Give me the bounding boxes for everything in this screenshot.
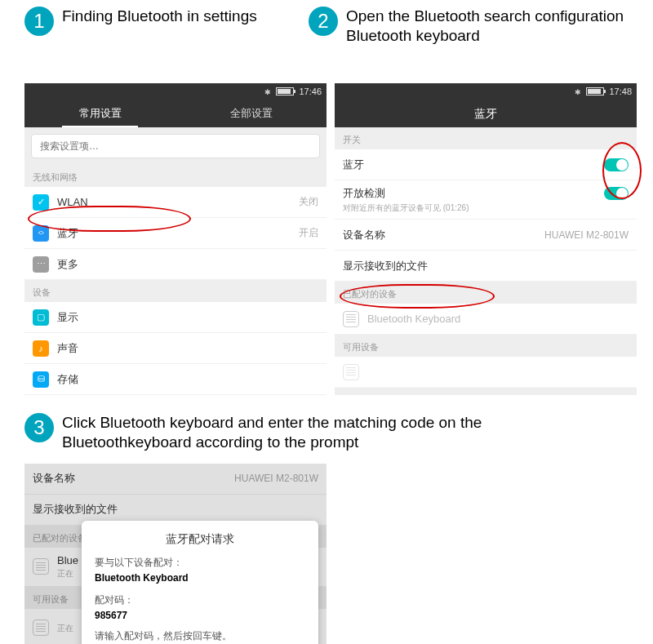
row-sound[interactable]: ♪ 声音 xyxy=(24,333,326,364)
bluetooth-label: 蓝牙 xyxy=(57,226,299,241)
panel-settings: 17:46 常用设置 全部设置 无线和网络 ✓ WLAN 关闭 ⌔ 蓝牙 开启 xyxy=(24,83,326,395)
bluetooth-status-icon xyxy=(264,87,271,96)
wlan-label: WLAN xyxy=(57,196,299,208)
row-paired-device[interactable]: Bluetooth Keyboard xyxy=(335,304,637,335)
section-paired: 已配对的设备 xyxy=(335,282,637,304)
more-label: 更多 xyxy=(57,257,318,272)
step-2-header: 2 Open the Bluetooth search configuratio… xyxy=(302,0,653,49)
step-2-text: Open the Bluetooth search configuration … xyxy=(346,7,653,46)
pair-instruction: 请输入配对码，然后按回车键。 xyxy=(95,628,305,644)
bluetooth-value: 开启 xyxy=(299,226,318,240)
row-wlan[interactable]: ✓ WLAN 关闭 xyxy=(24,187,326,218)
section-device: 设备 xyxy=(24,280,326,302)
tab-common-settings[interactable]: 常用设置 xyxy=(24,100,175,127)
bt-toggle[interactable] xyxy=(604,158,629,171)
status-time: 17:46 xyxy=(299,87,322,96)
bluetooth-icon: ⌔ xyxy=(33,225,49,242)
step-3-header: 3 Click Bluetooth keyboard and enter the… xyxy=(0,406,653,455)
storage-icon: ⛁ xyxy=(33,371,49,388)
device-name-label: 设备名称 xyxy=(343,228,544,242)
row-bluetooth[interactable]: ⌔ 蓝牙 开启 xyxy=(24,218,326,249)
bt-toggle-label: 蓝牙 xyxy=(343,158,604,172)
wlan-value: 关闭 xyxy=(299,195,318,209)
tab-all-settings[interactable]: 全部设置 xyxy=(175,100,326,127)
section-wireless: 无线和网络 xyxy=(24,165,326,187)
panel-bluetooth: 17:48 蓝牙 开关 蓝牙 开放检测 对附近所有的蓝牙设备可见 (01:26) xyxy=(335,83,637,395)
settings-tabs: 常用设置 全部设置 xyxy=(24,100,326,127)
step-badge-2: 2 xyxy=(309,7,338,36)
step-badge-3: 3 xyxy=(24,413,54,442)
sound-label: 声音 xyxy=(57,341,318,356)
step-1-text: Finding Bluetooth in settings xyxy=(62,7,257,26)
modal-title: 蓝牙配对请求 xyxy=(95,532,305,547)
row-discoverable[interactable]: 开放检测 对附近所有的蓝牙设备可见 (01:26) xyxy=(335,180,637,220)
row-storage[interactable]: ⛁ 存储 xyxy=(24,364,326,395)
panel-pairing: 设备名称 HUAWEI M2-801W 显示接收到的文件 已配对的设备 Blue… xyxy=(24,464,326,645)
more-icon: ⋯ xyxy=(33,256,49,273)
display-label: 显示 xyxy=(57,310,318,325)
discoverable-subtext: 对附近所有的蓝牙设备可见 (01:26) xyxy=(343,202,629,214)
statusbar: 17:48 xyxy=(335,83,637,100)
bluetooth-title: 蓝牙 xyxy=(335,100,637,127)
row-display[interactable]: ▢ 显示 xyxy=(24,302,326,333)
paired-device-name: Bluetooth Keyboard xyxy=(367,313,629,325)
row-bt-toggle[interactable]: 蓝牙 xyxy=(335,149,637,180)
discoverable-label: 开放检测 xyxy=(343,186,385,201)
pair-code: 985677 xyxy=(95,610,127,621)
available-device-placeholder xyxy=(367,366,629,378)
row-device-name[interactable]: 设备名称 HUAWEI M2-801W xyxy=(335,220,637,251)
device-name-value: HUAWEI M2-801W xyxy=(544,229,629,241)
sound-icon: ♪ xyxy=(33,340,49,357)
pair-code-label: 配对码： xyxy=(95,593,305,608)
battery-icon xyxy=(276,87,294,95)
row-more[interactable]: ⋯ 更多 xyxy=(24,249,326,280)
settings-search-input[interactable] xyxy=(31,134,320,158)
section-switch: 开关 xyxy=(335,127,637,149)
pair-with-label: 要与以下设备配对： xyxy=(95,555,305,571)
pairing-modal: 蓝牙配对请求 要与以下设备配对： Bluetooth Keyboard 配对码：… xyxy=(82,521,318,645)
row-received-files[interactable]: 显示接收到的文件 xyxy=(335,251,637,282)
modal-device-name: Bluetooth Keyboard xyxy=(95,572,189,584)
discoverable-toggle[interactable] xyxy=(604,187,629,200)
step-badge-1: 1 xyxy=(24,7,54,36)
keyboard-icon xyxy=(343,364,359,380)
storage-label: 存储 xyxy=(57,372,318,387)
wifi-icon: ✓ xyxy=(33,194,49,211)
battery-icon xyxy=(586,87,604,95)
step-3-text: Click Bluetooth keyboard and enter the m… xyxy=(62,413,519,452)
status-time: 17:48 xyxy=(609,87,632,96)
display-icon: ▢ xyxy=(33,309,49,326)
keyboard-icon xyxy=(343,311,359,327)
received-files-label: 显示接收到的文件 xyxy=(343,259,629,273)
bluetooth-status-icon xyxy=(575,87,581,96)
section-available: 可用设备 xyxy=(335,335,637,357)
statusbar: 17:46 xyxy=(24,83,326,100)
row-available-device[interactable] xyxy=(335,357,637,388)
